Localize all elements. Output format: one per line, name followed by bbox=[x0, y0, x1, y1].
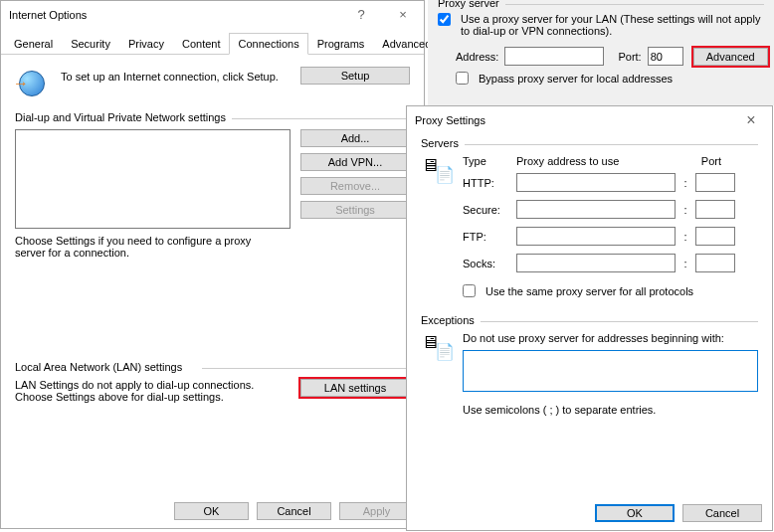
exceptions-note: Do not use proxy server for addresses be… bbox=[463, 332, 758, 344]
semicolon-note: Use semicolons ( ; ) to separate entries… bbox=[463, 404, 758, 416]
proxy-row-addr-input[interactable] bbox=[516, 200, 676, 219]
setup-button[interactable]: Setup bbox=[300, 67, 410, 85]
proxy-row-label: Socks: bbox=[463, 258, 510, 269]
proxy-row-addr-input[interactable] bbox=[516, 173, 676, 192]
proxy-row-port-input[interactable] bbox=[695, 254, 735, 272]
choose-settings-text: Choose Settings if you need to configure… bbox=[15, 235, 274, 259]
address-input[interactable] bbox=[504, 47, 604, 66]
use-proxy-checkbox[interactable] bbox=[438, 13, 451, 26]
globe-icon bbox=[15, 67, 47, 98]
proxy-row-port-input[interactable] bbox=[695, 173, 735, 192]
cancel-button[interactable]: Cancel bbox=[257, 502, 331, 520]
settings-button: Settings bbox=[300, 201, 410, 219]
ok-button[interactable]: OK bbox=[595, 504, 675, 522]
same-proxy-label: Use the same proxy server for all protoc… bbox=[485, 285, 693, 297]
tab-connections[interactable]: Connections bbox=[229, 33, 307, 55]
proxy-row-addr-input[interactable] bbox=[516, 254, 676, 272]
help-button[interactable]: ? bbox=[340, 1, 382, 29]
setup-text: To set up an Internet connection, click … bbox=[53, 67, 294, 83]
connections-listbox[interactable] bbox=[15, 129, 290, 229]
port-label: Port: bbox=[618, 51, 641, 63]
use-proxy-label: Use a proxy server for your LAN (These s… bbox=[461, 13, 764, 37]
close-button[interactable]: × bbox=[382, 1, 424, 29]
port-input[interactable] bbox=[648, 47, 683, 66]
dialup-header: Dial-up and Virtual Private Network sett… bbox=[15, 111, 232, 123]
close-button[interactable]: × bbox=[730, 106, 772, 134]
servers-icon bbox=[421, 155, 453, 187]
type-col-label: Type bbox=[463, 155, 510, 167]
proxy-row-label: HTTP: bbox=[463, 177, 510, 189]
cancel-button[interactable]: Cancel bbox=[682, 504, 762, 522]
proxy-row-label: Secure: bbox=[463, 204, 510, 216]
footer-buttons: OK Cancel Apply bbox=[174, 502, 414, 520]
proxy-row-addr-input[interactable] bbox=[516, 227, 676, 246]
lan-note: LAN Settings do not apply to dial-up con… bbox=[15, 379, 290, 403]
window-title: Internet Options bbox=[9, 9, 340, 21]
exceptions-icon bbox=[421, 332, 453, 364]
same-proxy-checkbox[interactable] bbox=[463, 284, 476, 297]
proxy-row-label: FTP: bbox=[463, 231, 510, 243]
bypass-checkbox[interactable] bbox=[456, 72, 469, 85]
titlebar: Internet Options ? × bbox=[1, 1, 424, 29]
addr-col-label: Proxy address to use bbox=[516, 155, 676, 167]
remove-button: Remove... bbox=[300, 177, 410, 195]
proxy-row-port-input[interactable] bbox=[695, 227, 735, 246]
lan-header: Local Area Network (LAN) settings bbox=[15, 361, 188, 373]
titlebar: Proxy Settings × bbox=[407, 106, 772, 134]
exceptions-header: Exceptions bbox=[421, 314, 481, 326]
tab-content[interactable]: Content bbox=[173, 33, 230, 55]
add-vpn-button[interactable]: Add VPN... bbox=[300, 153, 410, 171]
footer-buttons: OK Cancel bbox=[595, 504, 762, 522]
internet-options-window: Internet Options ? × General Security Pr… bbox=[0, 0, 425, 529]
tabs-bar: General Security Privacy Content Connect… bbox=[1, 29, 424, 55]
window-title: Proxy Settings bbox=[415, 114, 730, 126]
servers-header: Servers bbox=[421, 137, 465, 149]
advanced-button[interactable]: Advanced bbox=[693, 48, 768, 66]
lan-settings-button[interactable]: LAN settings bbox=[300, 379, 410, 397]
tab-privacy[interactable]: Privacy bbox=[119, 33, 173, 55]
tab-programs[interactable]: Programs bbox=[308, 33, 374, 55]
proxy-server-panel: Proxy server Use a proxy server for your… bbox=[428, 0, 774, 105]
tab-general[interactable]: General bbox=[5, 33, 62, 55]
apply-button: Apply bbox=[339, 502, 414, 520]
proxy-settings-window: Proxy Settings × Servers Type Proxy addr… bbox=[406, 105, 773, 531]
bypass-label: Bypass proxy server for local addresses bbox=[479, 73, 673, 85]
proxy-row-port-input[interactable] bbox=[695, 200, 735, 219]
address-label: Address: bbox=[456, 51, 498, 63]
add-button[interactable]: Add... bbox=[300, 129, 410, 147]
tab-security[interactable]: Security bbox=[62, 33, 119, 55]
ok-button[interactable]: OK bbox=[174, 502, 249, 520]
port-col-label: Port bbox=[681, 155, 721, 167]
proxy-server-header: Proxy server bbox=[438, 0, 505, 9]
exceptions-textarea[interactable] bbox=[463, 350, 758, 392]
